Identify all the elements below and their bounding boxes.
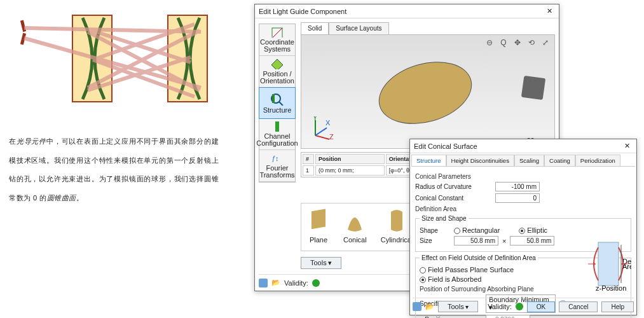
validity-label: Validity: <box>284 279 308 287</box>
surface-preview <box>371 52 479 134</box>
tab-solid[interactable]: Solid <box>301 22 329 35</box>
size-height-input[interactable]: 50.8 mm <box>510 236 554 245</box>
dialog-title: Edit Conical Surface <box>414 142 477 150</box>
effect-pass-radio[interactable]: Field Passes Plane Surface <box>420 266 514 273</box>
tool-fourier-transforms[interactable]: ƒ↕ Fourier Transforms <box>259 150 295 182</box>
tools-dropdown[interactable]: Tools ▾ <box>301 257 341 269</box>
ctab-scaling[interactable]: Scaling <box>514 155 544 166</box>
svg-text:Z: Z <box>329 133 334 141</box>
svg-rect-26 <box>312 209 325 229</box>
svg-line-22 <box>315 135 329 139</box>
side-toolbar: Coordinate Systems Position / Orientatio… <box>259 24 296 183</box>
nav-cube[interactable] <box>521 76 545 100</box>
pan-icon[interactable]: ✥ <box>512 38 523 48</box>
open-icon[interactable]: 📂 <box>425 303 434 311</box>
chevron-down-icon: ▾ <box>328 259 332 266</box>
tool-channel-config[interactable]: Channel Configuration <box>259 118 295 150</box>
definition-area-diagram: Def. Area z-Position <box>584 238 631 292</box>
rotate-icon[interactable]: ⟲ <box>526 38 537 48</box>
radius-label: Radius of Curvature <box>415 183 491 190</box>
svg-rect-16 <box>272 94 275 103</box>
svg-text:z-Position: z-Position <box>596 284 626 292</box>
svg-text:ƒ↕: ƒ↕ <box>271 155 279 162</box>
tool-structure[interactable]: Structure <box>259 87 296 119</box>
svg-marker-14 <box>271 59 283 69</box>
edit-conical-surface-dialog: Edit Conical Surface ✕ Structure Height … <box>409 139 637 315</box>
shape-cylindrical[interactable]: Cylindrical <box>381 207 413 249</box>
shape-rect-radio[interactable]: Rectangular <box>454 226 500 234</box>
svg-line-13 <box>272 28 282 38</box>
tool-position-orientation[interactable]: Position / Orientation <box>259 56 295 88</box>
fit-icon[interactable]: ⤢ <box>540 38 551 48</box>
ctab-coating[interactable]: Coating <box>544 155 575 166</box>
conical-const-input[interactable]: 0 <box>495 193 540 203</box>
save-icon[interactable] <box>259 279 268 287</box>
ctab-height-disc[interactable]: Height Discontinuities <box>446 155 514 166</box>
validity-ok-icon <box>312 279 320 287</box>
tools-dropdown[interactable]: Tools ▾ <box>438 301 478 312</box>
effect-absorb-radio[interactable]: Field is Absorbed <box>420 275 481 283</box>
shape-elliptic-radio[interactable]: Elliptic <box>519 226 547 234</box>
open-icon[interactable]: 📂 <box>271 279 280 287</box>
tab-surface-layouts[interactable]: Surface Layouts <box>329 22 388 35</box>
viewer-3d[interactable]: ⊖ Q ✥ ⟲ ⤢ Y Z X 30 mm <box>301 34 555 149</box>
zoom-in-icon[interactable]: Q <box>498 38 509 48</box>
definition-area-label: Definition Area <box>415 205 631 212</box>
ctab-periodization[interactable]: Periodization <box>575 155 620 166</box>
svg-text:Y: Y <box>313 116 318 121</box>
ctab-structure[interactable]: Structure <box>411 155 446 166</box>
col-position[interactable]: Position <box>315 154 385 164</box>
svg-line-24 <box>315 128 327 135</box>
svg-text:X: X <box>325 119 331 127</box>
shape-conical[interactable]: Conical <box>343 207 367 249</box>
shape-plane[interactable]: Plane <box>308 207 329 249</box>
zoom-out-icon[interactable]: ⊖ <box>484 38 495 48</box>
zpos-input: -3.2796 mm <box>486 315 530 318</box>
close-icon[interactable]: ✕ <box>622 142 633 150</box>
conical-const-label: Conical Constant <box>415 195 491 202</box>
ok-button[interactable]: OK <box>527 301 555 312</box>
axis-widget: Y Z X <box>310 116 334 141</box>
svg-rect-27 <box>598 242 619 286</box>
col-index[interactable]: # <box>303 154 314 164</box>
radius-input[interactable]: -100 mm <box>495 182 540 191</box>
cancel-button[interactable]: Cancel <box>559 301 598 312</box>
save-icon[interactable] <box>413 302 421 311</box>
svg-line-17 <box>279 102 283 106</box>
description-text: 在光导元件中，可以在表面上定义应用不同于界面其余部分的建模技术区域。我们使用这个… <box>9 132 219 207</box>
dialog-title: Edit Light Guide Component <box>259 8 346 15</box>
svg-rect-18 <box>275 121 279 132</box>
validity-ok-icon <box>516 303 523 310</box>
help-button[interactable]: Help <box>601 301 634 312</box>
size-width-input[interactable]: 50.8 mm <box>454 236 498 245</box>
multipass-schematic <box>9 6 219 111</box>
conical-params-label: Conical Parameters <box>415 173 631 180</box>
svg-rect-2 <box>20 20 26 32</box>
tool-coordinate-systems[interactable]: Coordinate Systems <box>259 24 295 56</box>
close-icon[interactable]: ✕ <box>544 7 555 15</box>
